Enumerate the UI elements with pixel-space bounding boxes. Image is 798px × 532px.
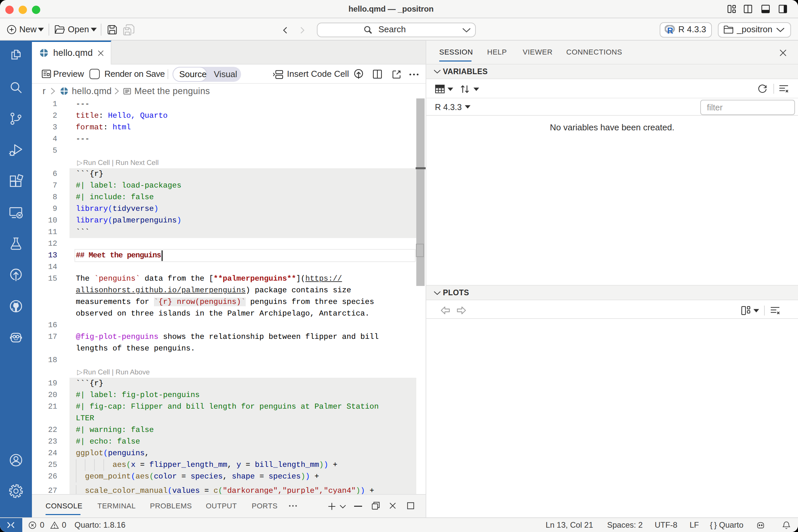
svg-text:R: R (667, 26, 673, 34)
